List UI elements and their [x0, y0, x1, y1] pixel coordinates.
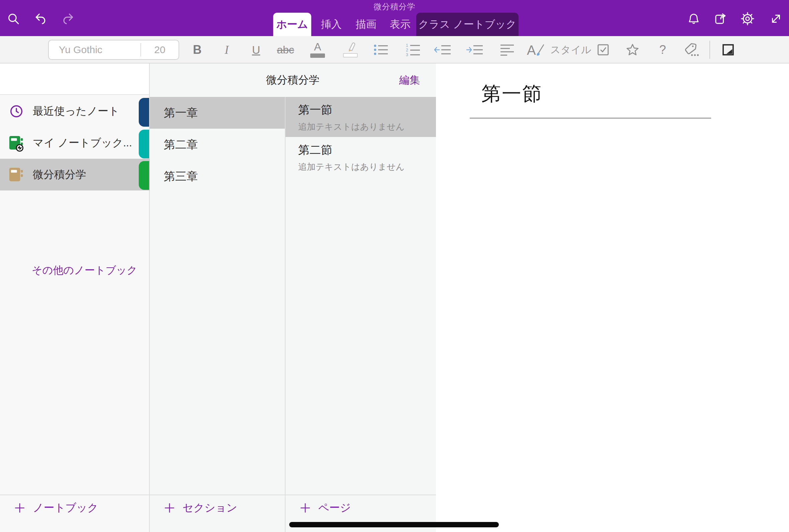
svg-text:1: 1 [406, 43, 408, 48]
sidebar-item-calculus[interactable]: 微分積分学 [0, 159, 150, 190]
plus-icon [164, 502, 175, 514]
home-indicator[interactable] [289, 522, 499, 527]
notebooks-sidebar: 最近使ったノート マイ ノートブック... [0, 63, 150, 532]
add-page-label: ページ [318, 500, 351, 515]
svg-text:3: 3 [406, 53, 408, 57]
add-section-button[interactable]: セクション [164, 500, 237, 515]
font-picker[interactable]: Yu Gothic 20 [48, 40, 179, 60]
font-size-value[interactable]: 20 [141, 44, 179, 55]
page-canvas[interactable]: 第一節 [436, 63, 789, 532]
settings-gear-icon[interactable] [739, 10, 756, 27]
notebook-sync-icon [8, 135, 25, 151]
top-app-bar: 微分積分学 ホーム 挿入 描画 表示 クラス ノートブック [0, 0, 789, 36]
pages-list: 第一節 追加テキストはありません 第二節 追加テキストはありません ページ [285, 97, 436, 532]
highlighter-button[interactable] [340, 39, 360, 60]
bullet-list-icon[interactable] [371, 39, 391, 60]
sidebar-item-label: 最近使ったノート [33, 104, 119, 119]
svg-text:A: A [527, 43, 536, 57]
add-section-label: セクション [183, 500, 237, 515]
italic-button[interactable]: I [217, 39, 237, 60]
plus-icon [14, 502, 25, 514]
sidebar-footer: ノートブック [0, 495, 149, 532]
sidebar-item-label: 微分積分学 [33, 167, 86, 182]
sidebar-item-recent-notes[interactable]: 最近使ったノート [0, 95, 150, 127]
page-row-1[interactable]: 第一節 追加テキストはありません [285, 97, 436, 137]
star-icon[interactable] [622, 39, 642, 60]
font-color-button[interactable]: A [307, 39, 327, 60]
expand-fullscreen-icon[interactable] [767, 10, 785, 27]
notebook-color-tab [139, 98, 149, 127]
section-row-2[interactable]: 第二章 [150, 129, 285, 160]
page-row-2[interactable]: 第二節 追加テキストはありません [285, 137, 436, 177]
document-title: 微分積分学 [0, 1, 789, 12]
bold-button[interactable]: B [187, 39, 207, 60]
strikethrough-button[interactable]: abc [276, 39, 296, 60]
font-color-swatch [310, 54, 325, 58]
notebook-header: 微分積分学 編集 [150, 63, 436, 97]
tab-view[interactable]: 表示 [387, 13, 413, 36]
section-row-1[interactable]: 第一章 [150, 97, 285, 129]
more-notebooks-link[interactable]: その他のノートブック [32, 263, 137, 277]
add-page-button[interactable]: ページ [300, 500, 351, 515]
sections-list: 第一章 第二章 第三章 セクション [150, 97, 285, 532]
styles-button[interactable]: A スタイル [527, 39, 591, 60]
tab-draw[interactable]: 描画 [353, 13, 379, 36]
sidebar-item-my-notebook[interactable]: マイ ノートブック... [0, 127, 150, 159]
ribbon-tab-bar: ホーム 挿入 描画 表示 クラス ノートブック [0, 13, 789, 36]
help-icon[interactable]: ? [653, 39, 673, 60]
underline-button[interactable]: U [246, 39, 266, 60]
page-subtitle-label: 追加テキストはありません [298, 161, 436, 173]
share-icon[interactable] [712, 10, 729, 27]
toolbar-divider [710, 41, 710, 59]
sidebar-item-label: マイ ノートブック... [33, 136, 132, 150]
page-panel-toggle-icon[interactable] [718, 39, 738, 60]
clock-icon [8, 103, 25, 120]
alignment-icon[interactable] [497, 39, 517, 60]
notebook-color-tab [139, 130, 149, 158]
tab-class-notebook[interactable]: クラス ノートブック [416, 13, 519, 36]
tag-icon[interactable] [681, 39, 701, 60]
title-underline [470, 118, 711, 119]
edit-button[interactable]: 編集 [399, 63, 420, 97]
numbered-list-icon[interactable]: 123 [403, 39, 423, 60]
notebook-color-tab [139, 161, 149, 190]
notifications-icon[interactable] [685, 10, 702, 27]
notebook-icon [8, 166, 25, 183]
tab-insert[interactable]: 挿入 [318, 13, 344, 36]
page-title-label: 第二節 [298, 142, 436, 158]
add-notebook-label: ノートブック [33, 500, 98, 515]
font-name-value[interactable]: Yu Gothic [49, 44, 140, 55]
sections-footer: セクション [150, 495, 285, 532]
formatting-toolbar: Yu Gothic 20 B I U abc A [0, 36, 789, 63]
add-notebook-button[interactable]: ノートブック [14, 500, 98, 515]
plus-icon [300, 502, 311, 514]
tab-home[interactable]: ホーム [273, 13, 311, 36]
page-subtitle-label: 追加テキストはありません [298, 121, 436, 133]
indent-icon[interactable] [465, 39, 485, 60]
section-row-3[interactable]: 第三章 [150, 160, 285, 192]
outdent-icon[interactable] [433, 39, 453, 60]
styles-label: スタイル [550, 43, 591, 57]
todo-checkbox-icon[interactable] [593, 39, 613, 60]
svg-text:2: 2 [406, 48, 408, 53]
page-title-label: 第一節 [298, 102, 436, 118]
onenote-app: 微分積分学 ホーム 挿入 描画 表示 クラス ノートブック [0, 0, 789, 532]
sidebar-header-area [0, 63, 149, 95]
page-title[interactable]: 第一節 [482, 81, 543, 107]
notebook-title: 微分積分学 [150, 63, 436, 97]
highlight-color-swatch [343, 53, 358, 57]
navigation-panels: 微分積分学 編集 第一章 第二章 第三章 セクション 第一節 追加テキストはあり… [150, 63, 436, 532]
